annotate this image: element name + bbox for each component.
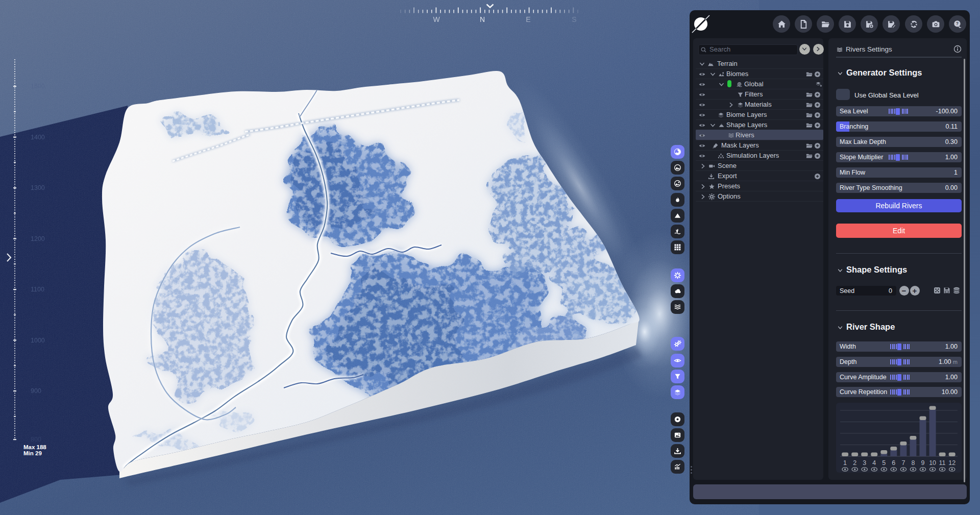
svg-text:2: 2 [853, 459, 856, 467]
svg-text:E: E [526, 15, 530, 23]
svg-text:5: 5 [882, 459, 886, 467]
svg-text:900: 900 [31, 387, 41, 395]
svg-text:7: 7 [901, 459, 905, 467]
svg-text:6: 6 [892, 459, 895, 467]
svg-text:Max 188: Max 188 [23, 444, 46, 450]
svg-text:Min 29: Min 29 [23, 450, 42, 456]
svg-text:11: 11 [939, 459, 946, 467]
svg-text:8: 8 [911, 459, 915, 467]
svg-text:1200: 1200 [31, 235, 45, 242]
svg-text:?: ? [955, 21, 958, 26]
svg-text:10: 10 [929, 459, 936, 467]
svg-text:1: 1 [843, 459, 847, 467]
svg-text:N: N [480, 15, 485, 23]
svg-text:1300: 1300 [31, 184, 45, 191]
svg-text:9: 9 [921, 459, 925, 467]
svg-text:S: S [572, 15, 576, 23]
svg-text:W: W [433, 15, 440, 23]
svg-text:1500: 1500 [31, 83, 45, 90]
svg-text:1000: 1000 [31, 337, 45, 344]
svg-text:1400: 1400 [31, 134, 45, 141]
svg-text:1100: 1100 [31, 286, 44, 293]
svg-text:800: 800 [31, 436, 41, 443]
svg-text:4: 4 [872, 459, 876, 467]
svg-text:3: 3 [863, 459, 866, 467]
svg-text:12: 12 [948, 459, 955, 467]
